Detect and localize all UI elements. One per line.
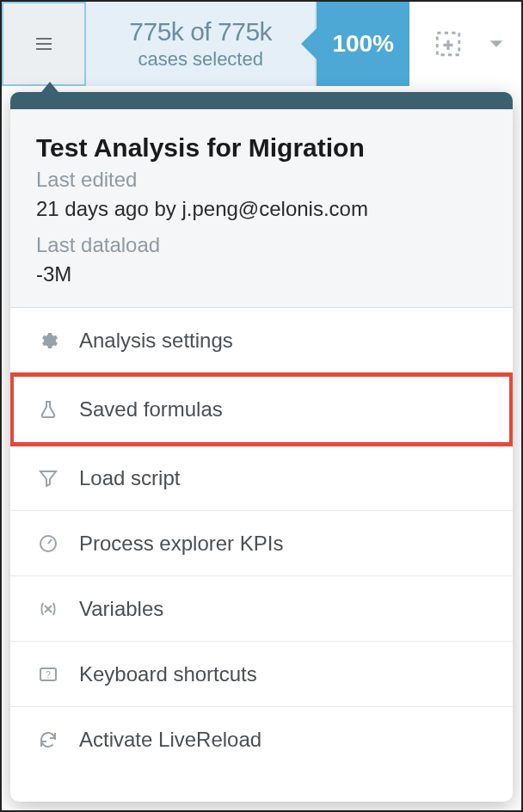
refresh-icon (36, 729, 60, 750)
flask-icon (36, 399, 60, 420)
percent-badge: 100% (317, 2, 409, 86)
right-tools (409, 2, 521, 86)
panel: Test Analysis for Migration Last edited … (10, 92, 513, 802)
last-edited-label: Last edited (36, 168, 487, 192)
last-dataload-value: -3M (36, 262, 487, 286)
menu-label: Activate LiveReload (79, 728, 262, 752)
panel-arrow (34, 82, 65, 101)
last-edited-value: 21 days ago by j.peng@celonis.com (36, 197, 487, 221)
cases-count: 775k of 775k (129, 17, 272, 46)
selection-add-icon[interactable] (434, 29, 463, 58)
gear-icon (36, 330, 60, 351)
keyboard-icon: ? (36, 664, 60, 685)
menu-item-keyboard-shortcuts[interactable]: ? Keyboard shortcuts (10, 642, 513, 707)
hamburger-menu-button[interactable] (2, 2, 86, 86)
panel-header: Test Analysis for Migration Last edited … (10, 109, 513, 308)
funnel-icon (36, 468, 60, 489)
last-dataload-label: Last dataload (36, 233, 487, 257)
cases-selected-box[interactable]: 775k of 775k cases selected (86, 2, 317, 86)
percent-value: 100% (332, 30, 394, 58)
menu-label: Process explorer KPIs (79, 532, 283, 556)
hamburger-icon (34, 34, 54, 54)
menu-item-analysis-settings[interactable]: Analysis settings (10, 308, 513, 373)
menu-label: Keyboard shortcuts (79, 662, 257, 686)
menu-label: Analysis settings (79, 329, 233, 353)
menu-item-variables[interactable]: Variables (10, 576, 513, 642)
svg-rect-1 (36, 43, 52, 45)
svg-rect-0 (36, 38, 52, 40)
variable-x-icon (36, 599, 60, 619)
gauge-icon (36, 533, 60, 554)
chevron-down-icon[interactable] (487, 34, 506, 53)
menu-item-load-script[interactable]: Load script (10, 446, 513, 511)
menu-item-saved-formulas[interactable]: Saved formulas (10, 373, 513, 446)
svg-rect-2 (36, 48, 52, 50)
svg-text:?: ? (46, 670, 51, 680)
cases-label: cases selected (138, 48, 263, 71)
analysis-title: Test Analysis for Migration (36, 133, 487, 163)
menu-label: Saved formulas (79, 397, 223, 421)
toolbar: 775k of 775k cases selected 100% (2, 2, 521, 86)
menu-item-process-explorer-kpis[interactable]: Process explorer KPIs (10, 511, 513, 576)
menu-label: Variables (79, 597, 163, 621)
dropdown-panel: Test Analysis for Migration Last edited … (10, 92, 513, 802)
menu-item-activate-livereload[interactable]: Activate LiveReload (10, 707, 513, 772)
menu-list: Analysis settings Saved formulas Load sc… (10, 308, 513, 772)
menu-label: Load script (79, 466, 180, 490)
